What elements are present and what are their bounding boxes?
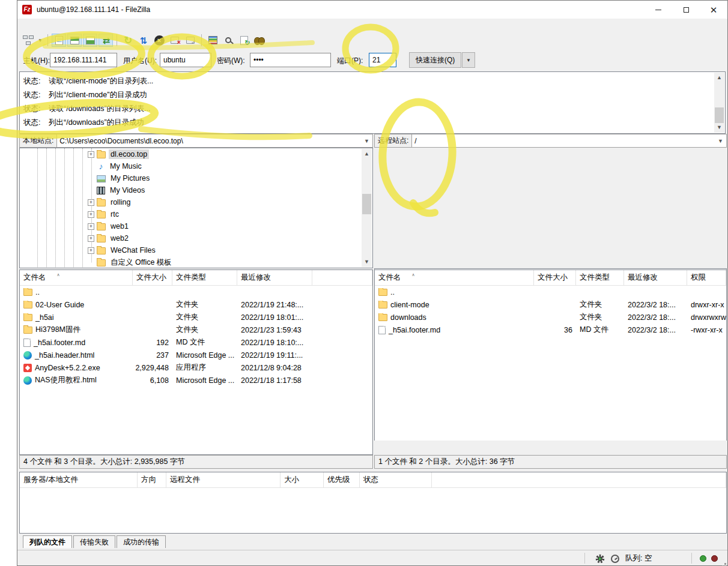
tree-item[interactable]: web2 <box>20 232 372 244</box>
tree-item[interactable]: My Videos <box>20 184 372 196</box>
tree-item[interactable]: rtc <box>20 208 372 220</box>
directory-compare-button[interactable] <box>205 34 220 47</box>
menu-item[interactable] <box>20 24 28 26</box>
file-row[interactable]: _h5ai.header.html 237 Microsoft Edge ...… <box>20 349 372 361</box>
tree-expander[interactable] <box>88 199 94 206</box>
column-header[interactable] <box>432 472 726 487</box>
tree-item[interactable]: dl.ecoo.top <box>20 148 372 160</box>
column-header[interactable]: 远程文件 <box>166 472 281 487</box>
minimize-button[interactable] <box>645 1 672 19</box>
file-row[interactable]: 02-User Guide 文件夹 2022/1/19 21:48:... <box>20 298 372 311</box>
toggle-log-button[interactable] <box>52 34 66 47</box>
cancel-button[interactable]: × <box>152 34 166 47</box>
file-row[interactable]: _h5ai.footer.md 192 MD 文件 2022/1/19 18:1… <box>20 336 372 349</box>
scroll-thumb[interactable] <box>362 194 371 214</box>
file-row[interactable]: NAS使用教程.html 6,108 Microsoft Edge ... 20… <box>20 374 372 387</box>
menu-item[interactable] <box>70 24 79 26</box>
column-header[interactable]: 状态 <box>360 472 432 487</box>
column-header[interactable]: 文件类型 <box>576 270 624 285</box>
speed-limit-icon[interactable] <box>611 555 619 563</box>
file-row[interactable]: client-mode 文件夹 2022/3/2 18:... drwxr-xr… <box>375 298 726 311</box>
column-header[interactable]: 文件大小 <box>133 270 172 285</box>
tree-expander[interactable] <box>88 259 94 266</box>
file-row[interactable]: .. <box>375 286 726 298</box>
tree-expander[interactable] <box>88 187 94 194</box>
menu-item[interactable] <box>45 24 53 26</box>
remote-site-combobox[interactable]: / ▼ <box>412 134 726 147</box>
username-input[interactable] <box>160 53 211 67</box>
tree-item[interactable]: rolling <box>20 196 372 208</box>
file-row[interactable]: _h5ai 文件夹 2022/1/19 18:01:... <box>20 311 372 324</box>
sync-browsing-button[interactable] <box>237 34 251 47</box>
refresh-button[interactable]: ↻ <box>121 34 135 47</box>
tree-item[interactable]: ♪ My Music <box>20 160 372 172</box>
tree-item[interactable]: web1 <box>20 220 372 232</box>
reconnect-button[interactable]: ✓ <box>183 34 198 47</box>
toggle-queue-button[interactable]: ⇄ <box>99 34 113 47</box>
column-header[interactable]: 文件名 ∧ <box>375 270 534 285</box>
menu-item[interactable] <box>37 24 45 26</box>
queue-tab[interactable]: 成功的传输 <box>117 535 166 548</box>
file-row[interactable]: _h5ai.footer.md 36 MD 文件 2022/3/2 18:...… <box>375 324 726 336</box>
log-scrollbar[interactable]: ▲ ▼ <box>714 73 724 133</box>
menu-item[interactable] <box>62 24 70 26</box>
local-tree-scrollbar[interactable]: ▲ ▼ <box>362 149 372 267</box>
scroll-down-icon[interactable]: ▼ <box>362 257 372 267</box>
toggle-local-tree-button[interactable] <box>67 34 82 47</box>
close-button[interactable]: ✕ <box>700 1 727 19</box>
quickconnect-dropdown[interactable]: ▼ <box>462 52 475 68</box>
filter-button[interactable] <box>252 34 267 47</box>
gear-icon[interactable] <box>595 554 605 564</box>
menu-item[interactable] <box>53 24 62 26</box>
column-header[interactable] <box>312 270 372 285</box>
file-row[interactable]: downloads 文件夹 2022/3/2 18:... drwxrwxrwx <box>375 311 726 324</box>
site-manager-button[interactable] <box>21 34 35 47</box>
maximize-button[interactable] <box>672 1 700 19</box>
tree-expander[interactable] <box>88 163 94 170</box>
column-header[interactable]: 最近修改 <box>237 270 312 285</box>
process-queue-button[interactable]: ⇅ <box>136 34 151 47</box>
scroll-up-icon[interactable]: ▲ <box>714 73 724 83</box>
port-input[interactable] <box>369 53 396 67</box>
tree-expander[interactable] <box>88 211 94 218</box>
file-name: _h5ai <box>35 313 54 322</box>
tree-expander[interactable] <box>88 235 94 242</box>
disconnect-button[interactable]: × <box>168 34 182 47</box>
tree-expander[interactable] <box>88 175 94 182</box>
site-manager-dropdown[interactable]: ▼ <box>37 34 44 47</box>
column-header[interactable]: 大小 <box>281 472 324 487</box>
toggle-remote-tree-button[interactable] <box>83 34 97 47</box>
column-header[interactable]: 方向 <box>138 472 166 487</box>
tree-item[interactable]: 自定义 Office 模板 <box>20 256 372 268</box>
tree-expander[interactable] <box>88 151 94 158</box>
tree-expander[interactable] <box>88 247 94 254</box>
file-row[interactable]: AnyDesk+5.2.2.exe 2,929,448 应用程序 2021/12… <box>20 361 372 374</box>
file-row[interactable]: .. <box>20 286 372 298</box>
column-header[interactable]: 最近修改 <box>624 270 687 285</box>
host-input[interactable] <box>50 53 117 67</box>
file-row[interactable]: Hi3798M固件 文件夹 2022/1/23 1:59:43 <box>20 324 372 336</box>
column-header[interactable]: 文件类型 <box>172 270 237 285</box>
queue-tab[interactable]: 列队的文件 <box>23 535 72 548</box>
tree-item-icon <box>97 223 106 230</box>
find-files-button[interactable] <box>221 34 235 47</box>
column-header[interactable]: 优先级 <box>324 472 360 487</box>
scroll-thumb[interactable] <box>715 107 724 123</box>
resize-grip[interactable] <box>724 563 726 565</box>
column-header[interactable]: 文件大小 <box>534 270 576 285</box>
column-header[interactable]: 权限 <box>687 270 726 285</box>
tree-expander[interactable] <box>88 223 94 230</box>
scroll-up-icon[interactable]: ▲ <box>362 149 372 159</box>
scroll-down-icon[interactable]: ▼ <box>714 122 724 133</box>
local-site-combobox[interactable]: C:\Users\ecoo\Documents\dl.ecoo.top\ ▼ <box>57 134 372 147</box>
tree-item[interactable]: WeChat Files <box>20 244 372 256</box>
menu-item[interactable] <box>28 24 37 26</box>
tree-item[interactable]: My Pictures <box>20 172 372 184</box>
column-header[interactable]: 文件名 ∧ <box>20 270 133 285</box>
chevron-down-icon[interactable]: ▼ <box>718 138 723 144</box>
quickconnect-button[interactable]: 快速连接(Q) <box>409 52 461 68</box>
queue-tab[interactable]: 传输失败 <box>73 535 115 548</box>
column-header[interactable]: 服务器/本地文件 <box>20 472 138 487</box>
chevron-down-icon[interactable]: ▼ <box>364 138 369 144</box>
password-input[interactable] <box>250 53 331 67</box>
